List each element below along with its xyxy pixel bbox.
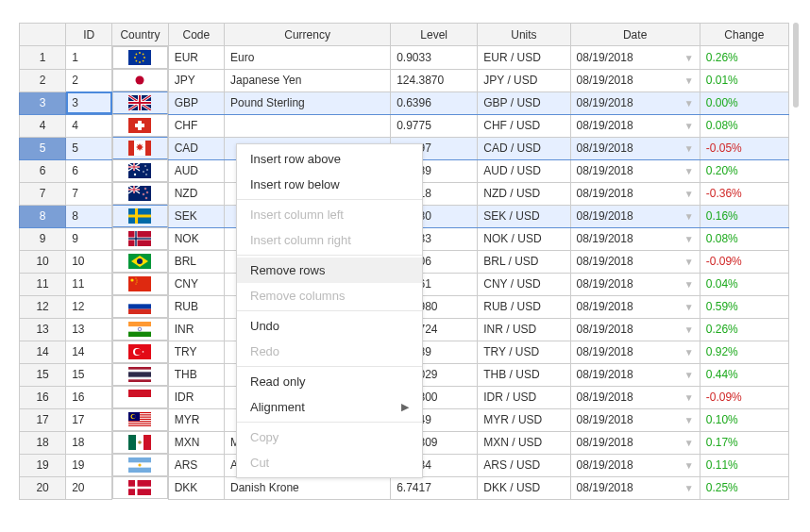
table-row[interactable]: 11EUREuro0.9033EUR / USD08/19/2018▼0.26% — [20, 46, 789, 70]
row-header[interactable]: 12 — [20, 295, 66, 318]
cell-date[interactable]: 08/19/2018▼ — [570, 159, 700, 182]
cell-date[interactable]: 08/19/2018▼ — [570, 205, 700, 227]
cell-id[interactable]: 19 — [66, 454, 112, 476]
row-header[interactable]: 9 — [20, 227, 66, 250]
cell-currency[interactable]: Euro — [225, 46, 391, 70]
cell-id[interactable]: 2 — [66, 69, 112, 91]
col-header-level[interactable]: Level — [391, 24, 478, 46]
cell-id[interactable]: 4 — [66, 114, 112, 137]
cell-code[interactable]: GBP — [168, 91, 224, 114]
cell-code[interactable]: JPY — [168, 69, 224, 91]
cell-code[interactable]: NZD — [168, 182, 224, 205]
cell-date[interactable]: 08/19/2018▼ — [570, 227, 700, 250]
cell-id[interactable]: 12 — [66, 295, 112, 318]
cell-units[interactable]: NZD / USD — [478, 182, 570, 205]
cell-country-flag[interactable] — [112, 69, 167, 91]
cell-date[interactable]: 08/19/2018▼ — [570, 295, 700, 318]
cell-change[interactable]: 0.16% — [700, 205, 788, 227]
cell-country-flag[interactable] — [112, 341, 167, 363]
cell-units[interactable]: GBP / USD — [478, 91, 570, 114]
cell-change[interactable]: 0.59% — [700, 295, 788, 318]
menu-item[interactable]: Undo — [237, 313, 422, 339]
cell-date[interactable]: 08/19/2018▼ — [570, 318, 700, 341]
cell-units[interactable]: EUR / USD — [478, 46, 570, 70]
cell-units[interactable]: NOK / USD — [478, 227, 570, 250]
cell-units[interactable]: CNY / USD — [478, 273, 570, 295]
context-menu[interactable]: Insert row aboveInsert row belowInsert c… — [236, 143, 423, 478]
row-header[interactable]: 11 — [20, 273, 66, 295]
cell-country-flag[interactable] — [112, 182, 167, 205]
cell-currency[interactable]: Japanese Yen — [225, 69, 391, 91]
cell-code[interactable]: CHF — [168, 114, 224, 137]
col-header-code[interactable]: Code — [168, 24, 224, 46]
vertical-scrollbar-thumb[interactable] — [793, 23, 799, 108]
cell-country-flag[interactable] — [112, 363, 167, 386]
cell-date[interactable]: 08/19/2018▼ — [570, 69, 700, 91]
cell-change[interactable]: 0.10% — [700, 408, 788, 431]
cell-code[interactable]: CNY — [168, 273, 224, 295]
cell-units[interactable]: IDR / USD — [478, 386, 570, 408]
table-row[interactable]: 44CHF0.9775CHF / USD08/19/2018▼0.08% — [20, 114, 789, 137]
cell-code[interactable]: TRY — [168, 341, 224, 363]
cell-change[interactable]: 0.26% — [700, 46, 788, 70]
cell-country-flag[interactable] — [112, 137, 167, 159]
cell-code[interactable]: THB — [168, 363, 224, 386]
cell-code[interactable]: SEK — [168, 205, 224, 227]
cell-country-flag[interactable] — [112, 46, 167, 69]
cell-change[interactable]: 0.11% — [700, 454, 788, 476]
menu-item[interactable]: Insert row above — [237, 146, 422, 172]
cell-change[interactable]: -0.05% — [700, 137, 788, 159]
cell-change[interactable]: 0.00% — [700, 91, 788, 114]
menu-item[interactable]: Insert row below — [237, 172, 422, 197]
cell-date[interactable]: 08/19/2018▼ — [570, 91, 700, 114]
cell-country-flag[interactable] — [112, 431, 167, 454]
row-header[interactable]: 18 — [20, 431, 66, 454]
col-header-units[interactable]: Units — [478, 24, 570, 46]
cell-units[interactable]: ARS / USD — [478, 454, 570, 476]
cell-change[interactable]: 0.08% — [700, 114, 788, 137]
cell-date[interactable]: 08/19/2018▼ — [570, 454, 700, 476]
cell-date[interactable]: 08/19/2018▼ — [570, 408, 700, 431]
cell-currency[interactable] — [225, 114, 391, 137]
cell-code[interactable]: CAD — [168, 137, 224, 159]
col-header-change[interactable]: Change — [700, 24, 788, 46]
cell-level[interactable]: 0.6396 — [391, 91, 478, 114]
cell-level[interactable]: 0.9775 — [391, 114, 478, 137]
cell-code[interactable]: BRL — [168, 250, 224, 273]
cell-units[interactable]: DKK / USD — [478, 476, 570, 499]
cell-change[interactable]: 0.92% — [700, 341, 788, 363]
cell-id[interactable]: 14 — [66, 341, 112, 363]
cell-id[interactable]: 20 — [66, 476, 112, 499]
cell-units[interactable]: JPY / USD — [478, 69, 570, 91]
cell-level[interactable]: 0.9033 — [391, 46, 478, 70]
corner-header[interactable] — [20, 24, 66, 46]
menu-item[interactable]: Read only — [237, 369, 422, 394]
row-header[interactable]: 17 — [20, 408, 66, 431]
cell-id[interactable]: 17 — [66, 408, 112, 431]
table-row[interactable]: 2020DKKDanish Krone6.7417DKK / USD08/19/… — [20, 476, 789, 499]
cell-id[interactable]: 16 — [66, 386, 112, 408]
cell-date[interactable]: 08/19/2018▼ — [570, 363, 700, 386]
cell-change[interactable]: 0.20% — [700, 159, 788, 182]
cell-date[interactable]: 08/19/2018▼ — [570, 250, 700, 273]
cell-units[interactable]: INR / USD — [478, 318, 570, 341]
cell-code[interactable]: EUR — [168, 46, 224, 70]
row-header[interactable]: 6 — [20, 159, 66, 182]
cell-change[interactable]: 0.44% — [700, 363, 788, 386]
cell-change[interactable]: 0.26% — [700, 318, 788, 341]
cell-country-flag[interactable] — [112, 408, 167, 431]
cell-country-flag[interactable] — [112, 114, 167, 137]
row-header[interactable]: 1 — [20, 46, 66, 70]
menu-item[interactable]: Remove rows — [237, 258, 422, 283]
cell-code[interactable]: DKK — [168, 476, 224, 499]
cell-change[interactable]: -0.36% — [700, 182, 788, 205]
cell-country-flag[interactable] — [112, 454, 167, 476]
row-header[interactable]: 16 — [20, 386, 66, 408]
cell-country-flag[interactable] — [112, 91, 167, 114]
cell-id[interactable]: 18 — [66, 431, 112, 454]
cell-level[interactable]: 124.3870 — [391, 69, 478, 91]
cell-id[interactable]: 9 — [66, 227, 112, 250]
cell-date[interactable]: 08/19/2018▼ — [570, 386, 700, 408]
cell-country-flag[interactable] — [112, 250, 167, 273]
cell-date[interactable]: 08/19/2018▼ — [570, 46, 700, 70]
